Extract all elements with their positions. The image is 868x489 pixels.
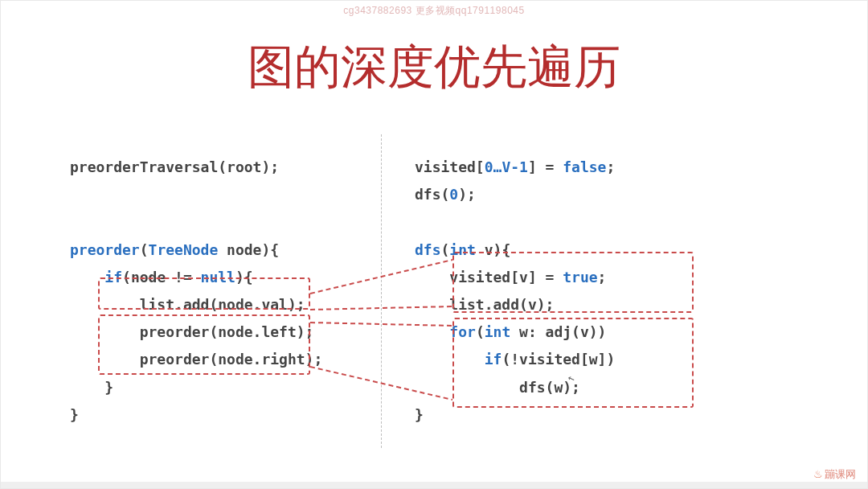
code-line: } xyxy=(70,379,113,396)
highlight-box-left-2 xyxy=(98,314,310,375)
slide-title: 图的深度优先遍历 xyxy=(1,36,867,99)
code-token: ( xyxy=(140,241,149,258)
flame-icon: ♨ xyxy=(813,468,823,480)
code-token: dfs xyxy=(415,241,441,258)
code-token: 0 xyxy=(449,186,458,203)
code-token: ; xyxy=(606,158,615,175)
code-token: 0…V-1 xyxy=(485,158,528,175)
vertical-divider xyxy=(381,134,382,448)
code-token: node){ xyxy=(218,241,279,258)
code-token: ); xyxy=(458,186,476,203)
watermark-top: cg3437882693 更多视频qq1791198045 xyxy=(1,4,867,18)
code-line: } xyxy=(415,406,424,423)
code-token: TreeNode xyxy=(149,241,219,258)
code-token: ( xyxy=(441,241,450,258)
watermark-text: 蹦课网 xyxy=(825,468,856,480)
bottom-bar xyxy=(1,482,867,488)
slide-page: cg3437882693 更多视频qq1791198045 图的深度优先遍历 p… xyxy=(0,0,868,489)
code-line: } xyxy=(70,406,79,423)
code-token: visited[ xyxy=(415,158,485,175)
code-line: preorderTraversal(root); xyxy=(70,158,279,175)
code-token: false xyxy=(563,158,606,175)
code-token: preorder xyxy=(70,241,140,258)
code-token xyxy=(415,323,449,340)
highlight-box-right-2 xyxy=(452,318,694,408)
code-token: dfs( xyxy=(415,186,449,203)
highlight-box-right-1 xyxy=(452,252,694,313)
code-token: ] = xyxy=(528,158,563,175)
watermark-bottom-right: ♨蹦课网 xyxy=(813,467,856,482)
highlight-box-left-1 xyxy=(98,277,310,310)
